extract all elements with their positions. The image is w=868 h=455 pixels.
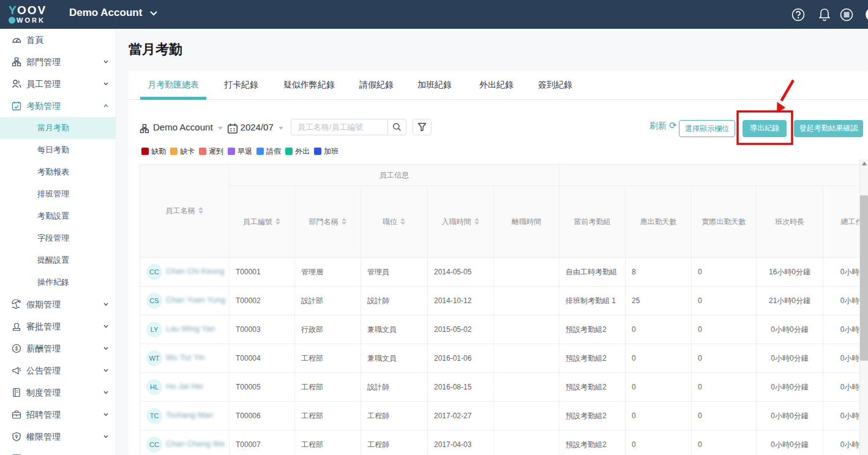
svg-text:OOV: OOV — [17, 4, 47, 17]
svg-text:Y: Y — [9, 4, 17, 17]
svg-text:$: $ — [15, 345, 18, 352]
svg-text:WORK: WORK — [17, 17, 45, 24]
